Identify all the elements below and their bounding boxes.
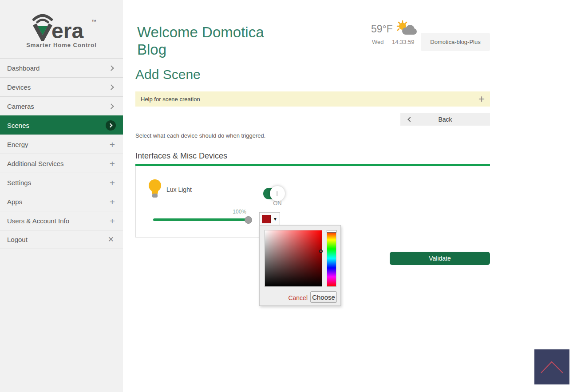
- sidebar-item-label: Dashboard: [7, 64, 109, 72]
- saturation-value-square[interactable]: [265, 230, 322, 287]
- sidebar-item-users-account-info[interactable]: Users & Account Info +: [0, 211, 123, 230]
- sidebar-item-label: Energy: [7, 141, 110, 148]
- vera-logo[interactable]: era ™ Smarter Home Control: [0, 10, 123, 48]
- sidebar-item-dashboard[interactable]: Dashboard: [0, 58, 123, 77]
- page-title: Add Scene: [135, 67, 201, 82]
- sidebar-item-apps[interactable]: Apps +: [0, 192, 123, 211]
- sidebar-item-label: Cameras: [7, 103, 109, 110]
- sidebar-item-cameras[interactable]: Cameras: [0, 96, 123, 115]
- plus-icon: +: [110, 140, 115, 149]
- hue-slider-thumb[interactable]: [327, 230, 336, 233]
- toggle-knob[interactable]: [270, 186, 285, 201]
- clock-time: 14:33:59: [392, 39, 415, 45]
- close-icon: ✕: [108, 236, 114, 243]
- hue-slider[interactable]: [327, 230, 336, 287]
- temperature-value: 59°F: [371, 23, 394, 35]
- sun-behind-cloud-icon: [395, 20, 417, 37]
- weekday-label: Wed: [372, 39, 384, 45]
- back-button[interactable]: Back: [400, 113, 490, 126]
- plus-icon: +: [110, 159, 115, 168]
- picker-cancel-link[interactable]: Cancel: [288, 294, 308, 301]
- app-window: era ™ Smarter Home Control Dashboard Dev…: [0, 0, 577, 392]
- sidebar-item-logout[interactable]: Logout ✕: [0, 230, 123, 249]
- chevron-right-icon: [108, 103, 114, 109]
- sidebar-item-label: Apps: [7, 198, 110, 206]
- chevron-right-icon: [108, 84, 114, 90]
- brightness-slider-handle[interactable]: [245, 216, 252, 224]
- picker-choose-button[interactable]: Choose: [310, 291, 337, 303]
- sidebar-item-label: Devices: [7, 83, 109, 91]
- instruction-text: Select what each device should do when t…: [135, 132, 265, 139]
- color-selection-cursor[interactable]: [319, 249, 323, 253]
- brightness-slider[interactable]: [153, 218, 249, 221]
- sidebar-item-label: Settings: [7, 179, 110, 186]
- logo-tagline: Smarter Home Control: [0, 42, 123, 48]
- sidebar: era ™ Smarter Home Control Dashboard Dev…: [0, 0, 123, 392]
- sidebar-item-energy[interactable]: Energy +: [0, 135, 123, 154]
- toggle-state-label: ON: [265, 200, 290, 206]
- help-label: Help for scene creation: [141, 96, 478, 103]
- sidebar-item-scenes[interactable]: Scenes: [0, 115, 123, 135]
- vera-logo-icon: era ™: [24, 10, 99, 41]
- sidebar-item-label: Logout: [7, 236, 108, 243]
- caret-down-icon: ▼: [273, 217, 277, 222]
- chevron-right-circle-icon: [106, 120, 116, 131]
- plus-icon: +: [110, 197, 115, 206]
- sidebar-item-devices[interactable]: Devices: [0, 77, 123, 96]
- sidebar-item-label: Additional Services: [7, 160, 110, 167]
- validate-button[interactable]: Validate: [390, 252, 490, 265]
- help-accordion[interactable]: Help for scene creation +: [135, 91, 490, 107]
- sidebar-item-settings[interactable]: Settings +: [0, 173, 123, 192]
- scroll-to-top-button[interactable]: [534, 349, 569, 384]
- controller-name-badge[interactable]: Domotica-blog-Plus: [421, 33, 490, 51]
- current-color-swatch: [262, 215, 271, 223]
- sidebar-item-label: Scenes: [7, 122, 106, 129]
- expand-plus-icon[interactable]: +: [478, 94, 485, 104]
- welcome-heading: Welcome Domotica Blog: [137, 24, 292, 58]
- section-title: Interfaces & Misc Devices: [135, 151, 227, 161]
- device-name: Lux Light: [166, 186, 192, 193]
- color-picker-popup: Cancel Choose: [259, 225, 341, 306]
- sidebar-item-additional-services[interactable]: Additional Services +: [0, 154, 123, 173]
- scroll-to-top-chevron-icon: [534, 349, 569, 384]
- svg-text:era: era: [51, 19, 83, 41]
- light-bulb-icon: [148, 179, 162, 199]
- plus-icon: +: [110, 216, 115, 226]
- color-swatch-dropdown[interactable]: ▼: [259, 212, 280, 226]
- brightness-value: 100%: [220, 209, 246, 215]
- svg-text:™: ™: [91, 19, 96, 24]
- sidebar-menu: Dashboard Devices Cameras Scenes Energy …: [0, 58, 123, 249]
- sidebar-item-label: Users & Account Info: [7, 217, 110, 225]
- chevron-right-icon: [108, 65, 114, 71]
- back-button-label: Back: [412, 116, 478, 123]
- plus-icon: +: [110, 178, 115, 187]
